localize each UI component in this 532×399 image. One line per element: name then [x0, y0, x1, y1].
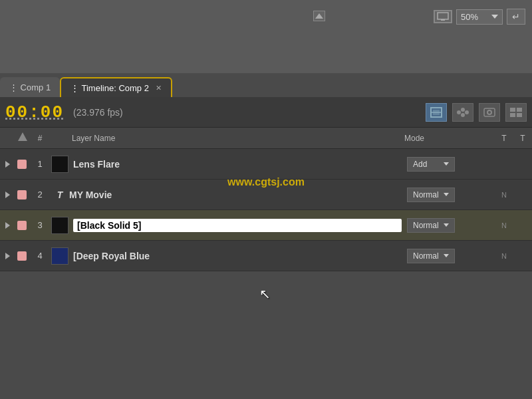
mode-arrow-3 [444, 223, 449, 227]
region-icon-btn[interactable] [426, 103, 447, 122]
layer-expand-4[interactable] [0, 253, 15, 259]
mode-dropdown-4[interactable]: Normal [407, 249, 455, 263]
layer-expand-2[interactable] [0, 192, 15, 198]
svg-rect-12 [510, 108, 515, 112]
svg-point-11 [488, 111, 491, 114]
color-swatch-1 [17, 160, 27, 169]
layer-color-4 [15, 251, 29, 261]
layer-color-3 [15, 221, 29, 230]
layer-t-3: N [495, 221, 513, 229]
render-icon-btn[interactable] [479, 103, 500, 122]
tab-label-comp1: ⋮ Comp 1 [9, 82, 51, 92]
layer-t-4: N [495, 252, 513, 260]
layer-mode-1[interactable]: Add [402, 157, 495, 172]
header-num: # [29, 134, 51, 143]
tab-bar: ⋮ Comp 1 ⋮ Timeline: Comp 2 ✕ [0, 73, 532, 97]
header-extra: T [513, 134, 532, 143]
enter-button[interactable]: ↵ [507, 9, 525, 25]
mode-arrow-1 [444, 162, 449, 166]
layer-num-2: 2 [29, 190, 51, 200]
layer-row-3[interactable]: 3 [Black Solid 5] Normal N [0, 210, 532, 241]
layer-row-4[interactable]: 4 [Deep Royal Blue Normal N [0, 241, 532, 271]
svg-rect-0 [438, 13, 448, 19]
monitor-icon [434, 10, 452, 23]
layer-expand-3[interactable] [0, 222, 15, 229]
layer-thumb-3 [51, 216, 69, 235]
mode-arrow-4 [444, 254, 449, 257]
mode-dropdown-3[interactable]: Normal [407, 218, 455, 233]
timecode-display[interactable]: 00:00 [5, 102, 64, 122]
svg-rect-13 [517, 108, 522, 112]
mode-arrow-2 [444, 193, 449, 196]
tab-label-comp2: ⋮ Timeline: Comp 2 [70, 83, 149, 93]
layer-color-1 [15, 160, 29, 169]
layer-name-1: Lens Flare [73, 159, 402, 170]
zoom-value: 50% [461, 12, 478, 22]
svg-point-5 [457, 110, 461, 114]
top-bar: 50% ↵ [0, 0, 532, 73]
tab-close-button[interactable]: ✕ [156, 84, 162, 92]
tab-comp2[interactable]: ⋮ Timeline: Comp 2 ✕ [60, 77, 172, 97]
timecode-row: 00:00 (23.976 fps) [0, 97, 532, 128]
cursor: ↖ [259, 286, 271, 302]
layer-num-4: 4 [29, 251, 51, 261]
color-swatch-4 [17, 251, 27, 261]
header-layer-name: Layer Name [69, 134, 402, 143]
layer-color-2 [15, 190, 29, 200]
layer-t-2: N [495, 191, 513, 199]
mode-dropdown-2[interactable]: Normal [407, 188, 455, 202]
layer-type-icon-2: T [51, 190, 69, 200]
svg-rect-15 [517, 113, 522, 117]
thumb-solid-3 [51, 217, 68, 234]
header-color [15, 132, 29, 144]
svg-point-7 [465, 110, 469, 114]
svg-rect-14 [510, 113, 515, 117]
header-t: T [495, 134, 513, 143]
svg-rect-1 [441, 19, 445, 21]
layer-thumb-4 [51, 247, 69, 265]
props-icon-btn[interactable] [505, 103, 527, 122]
layer-expand-1[interactable] [0, 161, 15, 168]
svg-point-6 [461, 108, 465, 112]
fps-display: (23.976 fps) [73, 107, 123, 118]
layer-thumb-1 [51, 155, 69, 174]
layer-num-3: 3 [29, 220, 51, 230]
color-swatch-2 [17, 190, 27, 200]
zoom-dropdown-arrow [491, 15, 498, 19]
layer-mode-4[interactable]: Normal [402, 249, 495, 263]
color-swatch-3 [17, 221, 27, 230]
column-headers: # Layer Name Mode T T [0, 128, 532, 149]
layer-mode-2[interactable]: Normal [402, 188, 495, 202]
zoom-row: 50% ↵ [0, 0, 532, 33]
timecode-icons [426, 103, 527, 122]
layer-name-4: [Deep Royal Blue [73, 251, 402, 261]
layer-row-1[interactable]: 1 Lens Flare Add [0, 149, 532, 180]
layer-mode-3[interactable]: Normal [402, 218, 495, 233]
layer-name-2: MY Movie [69, 190, 402, 200]
layer-num-1: 1 [29, 159, 51, 169]
thumb-solid-1 [51, 156, 68, 173]
header-mode: Mode [402, 134, 495, 143]
motion-icon-btn[interactable] [452, 103, 473, 122]
zoom-select[interactable]: 50% [456, 9, 503, 25]
mode-dropdown-1[interactable]: Add [407, 157, 455, 172]
svg-point-8 [461, 113, 465, 117]
layer-row-2[interactable]: 2 T MY Movie Normal N [0, 180, 532, 210]
tab-comp1[interactable]: ⋮ Comp 1 [0, 77, 60, 97]
layer-name-3: [Black Solid 5] [73, 219, 402, 232]
thumb-solid-4 [51, 247, 68, 265]
timeline-panel: 00:00 (23.976 fps) [0, 97, 532, 271]
